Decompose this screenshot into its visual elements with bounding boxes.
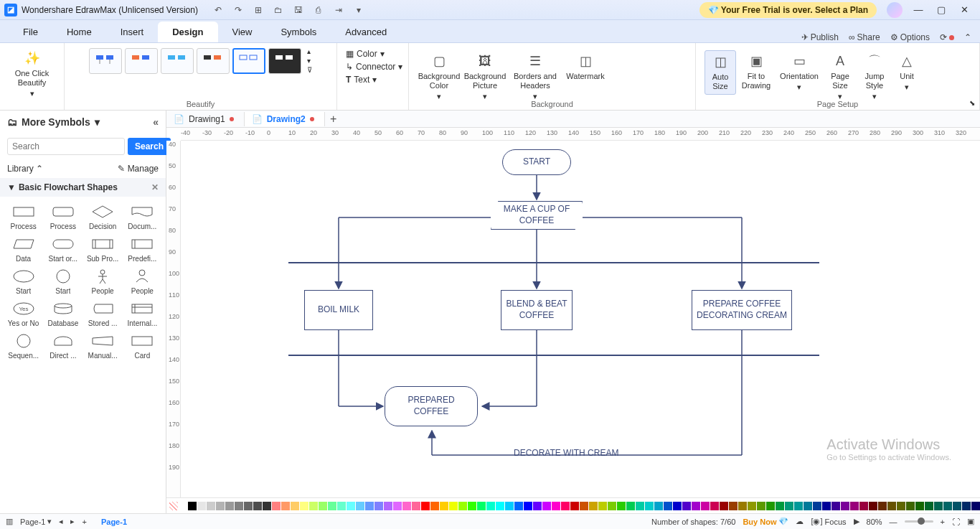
maximize-button[interactable]: ▢ bbox=[930, 2, 953, 18]
prev-page-button[interactable]: ◂ bbox=[59, 517, 63, 526]
theme-1[interactable] bbox=[89, 48, 122, 74]
open-button[interactable]: 🗀 bbox=[268, 2, 288, 18]
fit-drawing-button[interactable]: ▣Fit to Drawing bbox=[738, 50, 775, 93]
theme-6[interactable] bbox=[268, 48, 301, 74]
color-swatch[interactable] bbox=[524, 502, 532, 510]
save-button[interactable]: 🖫 bbox=[288, 2, 308, 18]
color-swatch[interactable] bbox=[384, 502, 392, 510]
color-swatch[interactable] bbox=[235, 502, 243, 510]
color-swatch[interactable] bbox=[673, 502, 682, 510]
color-swatch[interactable] bbox=[179, 502, 187, 510]
no-fill-swatch[interactable] bbox=[169, 502, 178, 510]
color-swatch[interactable] bbox=[253, 502, 262, 510]
canvas[interactable]: START MAKE A CUP OF COFFEE BOIL MILK BLE… bbox=[181, 141, 980, 497]
node-start[interactable]: START bbox=[502, 149, 571, 175]
jump-style-button[interactable]: ⌒Jump Style ▾ bbox=[858, 50, 891, 105]
borders-headers-button[interactable]: ☰Borders and Headers ▾ bbox=[509, 50, 561, 105]
collapse-panel-button[interactable]: « bbox=[153, 116, 159, 128]
shape-database[interactable]: Database bbox=[44, 299, 82, 327]
color-swatch[interactable] bbox=[598, 502, 607, 510]
color-swatch[interactable] bbox=[822, 502, 831, 510]
doc-tab-1[interactable]: 📄 Drawing1 bbox=[166, 112, 245, 126]
color-swatch[interactable] bbox=[682, 502, 691, 510]
color-swatch[interactable] bbox=[813, 502, 821, 510]
color-swatch[interactable] bbox=[608, 502, 616, 510]
cloud-button[interactable]: ☁ bbox=[796, 517, 804, 526]
close-button[interactable]: ✕ bbox=[953, 2, 976, 18]
color-swatch[interactable] bbox=[505, 502, 514, 510]
color-swatch[interactable] bbox=[626, 502, 635, 510]
color-swatch[interactable] bbox=[934, 502, 943, 510]
color-swatch[interactable] bbox=[859, 502, 868, 510]
color-swatch[interactable] bbox=[962, 502, 971, 510]
color-swatch[interactable] bbox=[356, 502, 364, 510]
export-button[interactable]: ⇥ bbox=[329, 2, 349, 18]
color-swatch[interactable] bbox=[878, 502, 887, 510]
node-boil-milk[interactable]: BOIL MILK bbox=[304, 290, 373, 330]
tab-insert[interactable]: Insert bbox=[106, 22, 159, 42]
tab-advanced[interactable]: Advanced bbox=[331, 22, 401, 42]
fit-page-button[interactable]: ⛶ bbox=[952, 518, 960, 526]
focus-button[interactable]: [◉] Focus bbox=[811, 517, 846, 526]
minimize-button[interactable]: — bbox=[907, 2, 930, 18]
page-selector[interactable]: Page-1 ▾ bbox=[20, 517, 52, 526]
color-swatch[interactable] bbox=[281, 502, 290, 510]
color-swatch[interactable] bbox=[263, 502, 271, 510]
orientation-button[interactable]: ▭Orientation ▾ bbox=[776, 50, 822, 95]
theme-2[interactable] bbox=[125, 48, 158, 74]
shape-subpro[interactable]: Sub Pro... bbox=[84, 235, 122, 263]
color-swatch[interactable] bbox=[617, 502, 626, 510]
color-swatch[interactable] bbox=[766, 502, 775, 510]
background-picture-button[interactable]: 🖼Background Picture ▾ bbox=[463, 50, 507, 105]
doc-tab-2[interactable]: 📄 Drawing2 bbox=[245, 112, 325, 126]
shape-process[interactable]: Process bbox=[44, 202, 82, 230]
manage-button[interactable]: ✎ Manage bbox=[118, 164, 159, 174]
color-swatch[interactable] bbox=[440, 502, 448, 510]
theme-5[interactable] bbox=[232, 48, 265, 74]
color-swatch[interactable] bbox=[710, 502, 719, 510]
color-swatch[interactable] bbox=[580, 502, 588, 510]
color-swatch[interactable] bbox=[794, 502, 803, 510]
buy-now-button[interactable]: Buy Now 💎 bbox=[743, 517, 788, 526]
color-swatch[interactable] bbox=[589, 502, 598, 510]
shape-people[interactable]: People bbox=[123, 267, 161, 295]
color-button[interactable]: ▦ Color ▾ bbox=[346, 47, 385, 60]
color-swatch[interactable] bbox=[421, 502, 430, 510]
shape-data[interactable]: Data bbox=[4, 235, 42, 263]
zoom-slider[interactable] bbox=[905, 520, 933, 523]
color-swatch[interactable] bbox=[365, 502, 374, 510]
page-tab-1[interactable]: Page-1 bbox=[94, 516, 134, 528]
page-setup-launcher[interactable]: ⬊ bbox=[969, 99, 975, 107]
color-swatch[interactable] bbox=[272, 502, 281, 510]
shape-sequen[interactable]: Sequen... bbox=[4, 332, 42, 360]
color-swatch[interactable] bbox=[692, 502, 700, 510]
shape-card[interactable]: Card bbox=[123, 332, 161, 360]
node-make-coffee[interactable]: MAKE A CUP OF COFFEE bbox=[491, 201, 583, 230]
shape-startor[interactable]: Start or... bbox=[44, 235, 82, 263]
color-swatch[interactable] bbox=[570, 502, 579, 510]
color-swatch[interactable] bbox=[654, 502, 663, 510]
search-input[interactable] bbox=[7, 138, 125, 155]
color-swatch[interactable] bbox=[785, 502, 793, 510]
color-swatch[interactable] bbox=[309, 502, 318, 510]
color-swatch[interactable] bbox=[319, 502, 327, 510]
redo-button[interactable]: ↷ bbox=[228, 2, 248, 18]
pages-button[interactable]: ▥ bbox=[6, 517, 13, 526]
shape-start[interactable]: Start bbox=[4, 267, 42, 295]
color-swatch[interactable] bbox=[887, 502, 896, 510]
tab-view[interactable]: View bbox=[218, 22, 267, 42]
color-swatch[interactable] bbox=[337, 502, 346, 510]
shape-predefi[interactable]: Predefi... bbox=[123, 235, 161, 263]
theme-up-button[interactable]: ▴ bbox=[307, 47, 312, 55]
collapse-ribbon-button[interactable]: ⌃ bbox=[964, 32, 971, 42]
color-swatch[interactable] bbox=[645, 502, 654, 510]
theme-3[interactable] bbox=[161, 48, 194, 74]
shape-direct[interactable]: Direct ... bbox=[44, 332, 82, 360]
trial-banner[interactable]: 💎 Your Free Trial is over. Select a Plan bbox=[699, 2, 877, 18]
color-swatch[interactable] bbox=[458, 502, 467, 510]
text-button[interactable]: T Text ▾ bbox=[346, 73, 377, 86]
tab-home[interactable]: Home bbox=[52, 22, 106, 42]
color-swatch[interactable] bbox=[552, 502, 560, 510]
shape-manual[interactable]: Manual... bbox=[84, 332, 122, 360]
node-prepare-cream[interactable]: PREPARE COFFEE DECORATING CREAM bbox=[692, 290, 792, 330]
